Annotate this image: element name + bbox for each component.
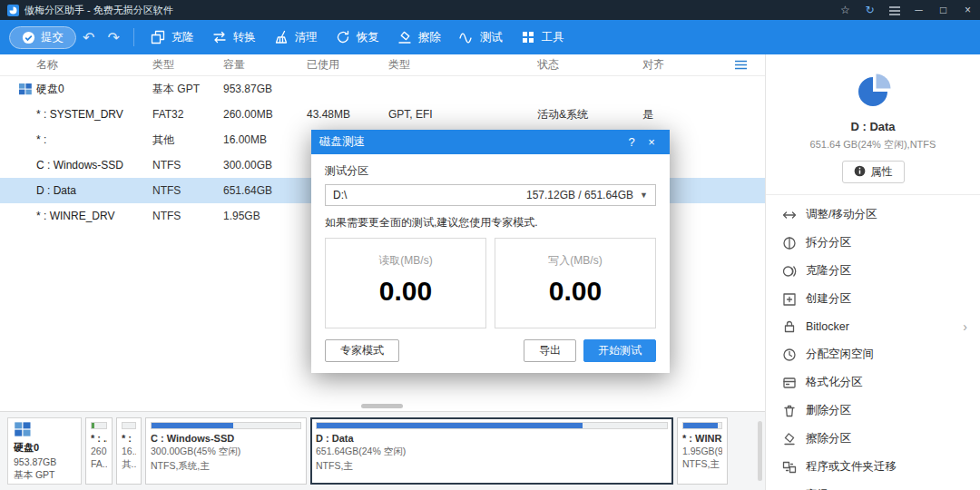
toolbar-button[interactable]: 测试 — [450, 20, 512, 54]
tools-icon — [521, 30, 535, 44]
dialog-help-icon[interactable]: ? — [622, 135, 642, 149]
info-icon — [854, 165, 866, 180]
recover-icon — [336, 30, 350, 44]
operations-menu: 调整/移动分区 › 拆分分区 › 克隆分区 › — [766, 195, 980, 490]
menu-item[interactable]: 格式化分区 › — [766, 368, 980, 397]
dialog-body: 测试分区 D:\ 157.12GB / 651.64GB ▼ 如果需要更全面的测… — [311, 154, 670, 373]
column-header-aligned[interactable]: 对齐 — [642, 57, 701, 73]
menu-item[interactable]: 拆分分区 › — [766, 229, 980, 257]
speed-meters: 读取(MB/s) 0.00 写入(MB/s) 0.00 — [325, 238, 656, 328]
read-speed-value: 0.00 — [326, 276, 485, 307]
wipe-icon — [782, 432, 797, 446]
table-row[interactable]: 硬盘0 基本 GPT 953.87GB — [0, 76, 765, 102]
redo-icon[interactable]: ↷ — [107, 29, 119, 46]
partition-block[interactable]: C : Windows-SSD 300.00GB(45% 空闲) NTFS,系统… — [145, 417, 307, 485]
menu-item[interactable]: 擦除分区 › — [766, 425, 980, 453]
clone-partition-icon — [782, 264, 797, 279]
disk-icon — [14, 429, 32, 440]
partition-usage: 157.12GB / 651.64GB — [526, 189, 633, 201]
toolbar-button[interactable]: 清理 — [265, 20, 327, 54]
disk-summary-block[interactable]: 硬盘0 953.87GB 基本 GPT — [7, 417, 82, 485]
menu-item[interactable]: 调整/移动分区 › — [766, 201, 980, 229]
toolbar-button[interactable]: 恢复 — [327, 20, 388, 54]
column-header-capacity[interactable]: 容量 — [223, 57, 307, 73]
horizontal-scrollbar-thumb[interactable] — [361, 404, 403, 408]
app-logo-icon — [7, 5, 19, 16]
selected-partition-info: 651.64 GB(24% 空闲),NTFS — [773, 138, 973, 152]
diskmap-scrollbar-thumb[interactable] — [758, 421, 762, 481]
split-icon — [782, 236, 797, 250]
write-speed-value: 0.00 — [495, 276, 655, 307]
test-icon — [459, 30, 474, 44]
selected-partition-name: D : Data — [773, 120, 973, 133]
refresh-icon[interactable]: ↻ — [858, 0, 882, 20]
check-circle-icon — [22, 31, 35, 44]
toolbar-button[interactable]: 工具 — [512, 20, 573, 54]
column-header-fstype[interactable]: 类型 — [388, 57, 537, 73]
clone-icon — [151, 30, 165, 44]
toolbar-button[interactable]: 克隆 — [142, 20, 203, 54]
partition-blocks: * : ... 260... FA... * : 16... 其... — [85, 417, 752, 485]
column-header-name[interactable]: 名称 — [0, 57, 152, 73]
write-speed-label: 写入(MB/s) — [495, 253, 655, 269]
toolbar-button[interactable]: 擦除 — [388, 20, 450, 54]
maximize-button[interactable]: □ — [931, 0, 956, 20]
toolbar-button[interactable]: 转换 — [203, 20, 265, 54]
toolbar-divider — [133, 28, 134, 46]
expert-mode-button[interactable]: 专家模式 — [325, 339, 399, 362]
delete-icon — [782, 404, 797, 418]
usage-bar — [682, 422, 722, 429]
toolbar-actions: 克隆 转换 清理 恢复 擦除 — [142, 20, 573, 54]
menu-item[interactable]: 删除分区 › — [766, 397, 980, 425]
start-test-button[interactable]: 开始测试 — [583, 339, 656, 362]
read-speed-label: 读取(MB/s) — [326, 253, 485, 269]
submit-button[interactable]: 提交 — [9, 26, 76, 49]
menu-item[interactable]: Bitlocker › — [766, 313, 980, 340]
lock-icon — [782, 319, 797, 334]
minimize-button[interactable]: ─ — [906, 0, 931, 20]
create-icon — [782, 292, 797, 307]
properties-button[interactable]: 属性 — [842, 161, 905, 183]
window-title: 傲梅分区助手 - 免费无损分区软件 — [24, 4, 173, 17]
dialog-footer: 专家模式 导出 开始测试 — [325, 339, 656, 362]
list-view-icon[interactable] — [735, 60, 747, 70]
usage-bar — [316, 422, 668, 429]
partition-block[interactable]: * : WINRE_... 1.95GB(99%... NTFS,主 — [677, 417, 728, 485]
dialog-title: 磁盘测速 — [319, 134, 365, 150]
table-row[interactable]: * : SYSTEM_DRV FAT32 260.00MB 43.48MB GP… — [0, 102, 765, 127]
close-button[interactable]: × — [956, 0, 980, 20]
dialog-close-icon[interactable]: × — [642, 135, 662, 149]
favorite-star-icon[interactable]: ☆ — [833, 0, 858, 20]
column-header-type[interactable]: 类型 — [152, 57, 223, 73]
menu-item[interactable]: 高级 › — [766, 481, 980, 490]
menu-item[interactable]: 创建分区 › — [766, 285, 980, 313]
menu-item[interactable]: 克隆分区 › — [766, 257, 980, 285]
column-header-used[interactable]: 已使用 — [307, 57, 388, 73]
hamburger-menu-icon[interactable] — [882, 0, 906, 20]
column-header-status[interactable]: 状态 — [537, 57, 642, 73]
sidebar: D : Data 651.64 GB(24% 空闲),NTFS 属性 调整/移动… — [765, 54, 980, 490]
partition-block[interactable]: D : Data 651.64GB(24% 空闲) NTFS,主 — [310, 417, 673, 485]
convert-icon — [212, 30, 227, 44]
export-button[interactable]: 导出 — [524, 339, 576, 362]
test-partition-label: 测试分区 — [325, 163, 656, 179]
selected-partition-summary: D : Data 651.64 GB(24% 空闲),NTFS 属性 — [766, 54, 980, 195]
disk-speed-test-dialog: 磁盘测速 ? × 测试分区 D:\ 157.12GB / 651.64GB ▼ … — [311, 130, 670, 373]
partition-block[interactable]: * : 16... 其... — [116, 417, 142, 485]
pie-chart-icon — [852, 98, 894, 113]
clock-icon — [782, 348, 797, 362]
resize-icon — [782, 208, 797, 222]
titlebar: 傲梅分区助手 - 免费无损分区软件 ☆ ↻ ─ □ × — [0, 0, 980, 20]
table-header: 名称 类型 容量 已使用 类型 状态 对齐 — [0, 54, 765, 76]
menu-item[interactable]: 分配空闲空间 › — [766, 340, 980, 368]
undo-icon[interactable]: ↶ — [83, 29, 94, 46]
toolbar: 提交 ↶ ↷ 克隆 转换 清理 — [0, 20, 980, 54]
disk-map: 硬盘0 953.87GB 基本 GPT * : ... 260... FA... — [0, 411, 765, 490]
format-icon — [782, 376, 797, 390]
partition-block[interactable]: * : ... 260... FA... — [85, 417, 113, 485]
partition-select[interactable]: D:\ 157.12GB / 651.64GB ▼ — [325, 184, 656, 206]
read-speed-panel: 读取(MB/s) 0.00 — [325, 238, 486, 328]
migrate-icon — [782, 460, 797, 475]
usage-bar — [151, 422, 301, 429]
menu-item[interactable]: 程序或文件夹迁移 › — [766, 453, 980, 481]
